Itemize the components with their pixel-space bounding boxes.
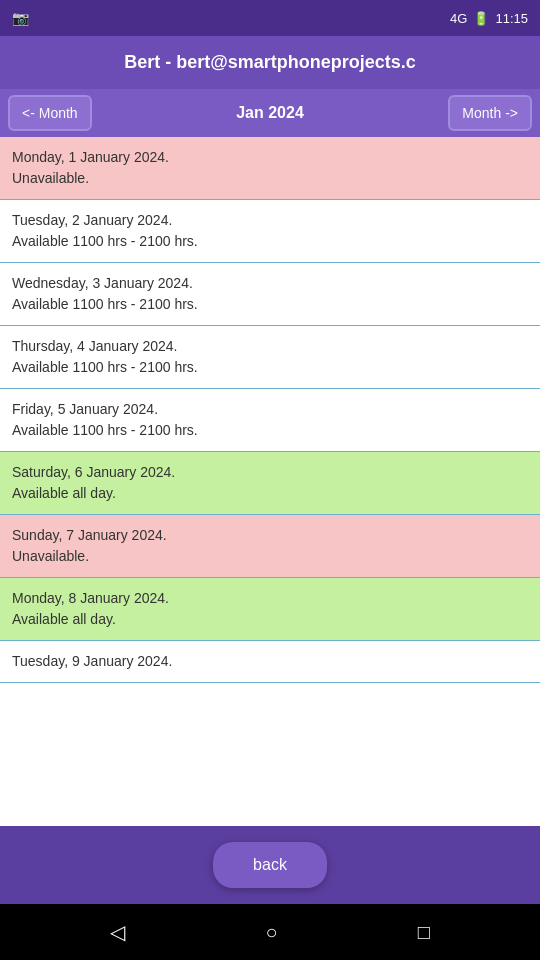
calendar-day-row[interactable]: Monday, 1 January 2024.Unavailable. [0, 137, 540, 200]
calendar-day-row[interactable]: Tuesday, 9 January 2024. [0, 641, 540, 683]
calendar-day-row[interactable]: Saturday, 6 January 2024.Available all d… [0, 452, 540, 515]
day-label: Monday, 8 January 2024. [12, 588, 528, 609]
android-nav-bar: ◁ ○ □ [0, 904, 540, 960]
status-bar: 📷 4G 🔋 11:15 [0, 0, 540, 36]
prev-month-button[interactable]: <- Month [8, 95, 92, 131]
day-label: Sunday, 7 January 2024. [12, 525, 528, 546]
day-label: Tuesday, 9 January 2024. [12, 651, 528, 672]
calendar-day-row[interactable]: Thursday, 4 January 2024.Available 1100 … [0, 326, 540, 389]
calendar-day-row[interactable]: Monday, 8 January 2024.Available all day… [0, 578, 540, 641]
month-navigation: <- Month Jan 2024 Month -> [0, 89, 540, 137]
status-bar-right: 4G 🔋 11:15 [450, 11, 528, 26]
next-month-button[interactable]: Month -> [448, 95, 532, 131]
day-label: Wednesday, 3 January 2024. [12, 273, 528, 294]
day-label: Thursday, 4 January 2024. [12, 336, 528, 357]
battery-icon: 🔋 [473, 11, 489, 26]
calendar-day-row[interactable]: Tuesday, 2 January 2024.Available 1100 h… [0, 200, 540, 263]
day-status: Available 1100 hrs - 2100 hrs. [12, 357, 528, 378]
header-title: Bert - bert@smartphoneprojects.c [124, 52, 416, 72]
day-status: Unavailable. [12, 546, 528, 567]
status-bar-left: 📷 [12, 10, 29, 26]
day-label: Tuesday, 2 January 2024. [12, 210, 528, 231]
day-label: Monday, 1 January 2024. [12, 147, 528, 168]
android-home-button[interactable]: ○ [249, 913, 293, 952]
day-status: Available all day. [12, 609, 528, 630]
android-recent-button[interactable]: □ [402, 913, 446, 952]
day-status: Available all day. [12, 483, 528, 504]
current-month-label: Jan 2024 [96, 104, 445, 122]
calendar-day-row[interactable]: Wednesday, 3 January 2024.Available 1100… [0, 263, 540, 326]
day-status: Available 1100 hrs - 2100 hrs. [12, 420, 528, 441]
calendar-day-row[interactable]: Sunday, 7 January 2024.Unavailable. [0, 515, 540, 578]
day-status: Unavailable. [12, 168, 528, 189]
day-label: Friday, 5 January 2024. [12, 399, 528, 420]
android-back-button[interactable]: ◁ [94, 912, 141, 952]
time-display: 11:15 [495, 11, 528, 26]
calendar-day-row[interactable]: Friday, 5 January 2024.Available 1100 hr… [0, 389, 540, 452]
day-label: Saturday, 6 January 2024. [12, 462, 528, 483]
signal-indicator: 4G [450, 11, 467, 26]
calendar-list: Monday, 1 January 2024.Unavailable.Tuesd… [0, 137, 540, 826]
day-status: Available 1100 hrs - 2100 hrs. [12, 231, 528, 252]
sim-icon: 📷 [12, 10, 29, 26]
day-status: Available 1100 hrs - 2100 hrs. [12, 294, 528, 315]
bottom-bar: back [0, 826, 540, 904]
app-header: Bert - bert@smartphoneprojects.c [0, 36, 540, 89]
back-button[interactable]: back [213, 842, 327, 888]
